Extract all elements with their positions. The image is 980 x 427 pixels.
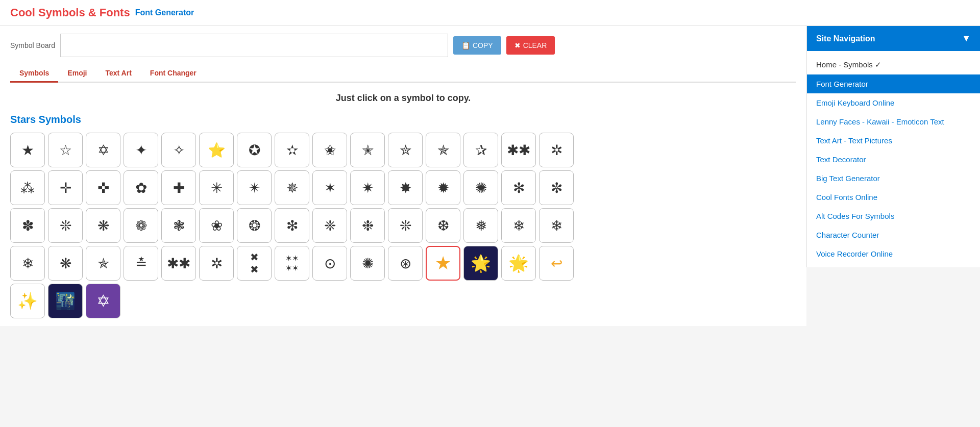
symbol-cell[interactable]: ❋	[86, 208, 120, 243]
symbol-cell[interactable]: ❀	[199, 208, 234, 243]
symbol-cell[interactable]: ⊛	[388, 246, 423, 281]
tab-bar: Symbols Emoji Text Art Font Changer	[10, 65, 796, 83]
symbol-cell[interactable]: ≛	[124, 246, 158, 281]
sidebar-item-text-decorator[interactable]: Text Decorator	[807, 150, 980, 169]
copy-icon: 📋	[461, 41, 470, 49]
symbol-cell[interactable]: ❄	[501, 208, 536, 243]
sidebar-item-text-art[interactable]: Text Art - Text Pictures	[807, 131, 980, 150]
symbol-cell[interactable]: ★	[10, 133, 45, 167]
sidebar-nav: Home - Symbols ✓ Font Generator Emoji Ke…	[807, 51, 980, 267]
symbol-cell[interactable]: ✲	[539, 133, 574, 167]
sidebar-item-char-counter[interactable]: Character Counter	[807, 225, 980, 244]
symbol-cell[interactable]: ✡	[86, 133, 120, 167]
main-layout: Symbol Board 📋 COPY ✖ CLEAR Symbols Emoj…	[0, 26, 980, 326]
symbol-cell[interactable]: ✪	[237, 133, 272, 167]
symbol-cell[interactable]: ✽	[10, 208, 45, 243]
symbol-cell-night[interactable]: 🌃	[48, 284, 83, 318]
tab-symbols[interactable]: Symbols	[10, 65, 58, 83]
tab-emoji[interactable]: Emoji	[58, 65, 96, 83]
symbol-cell[interactable]: ❆	[426, 208, 460, 243]
symbol-board-input[interactable]	[60, 34, 448, 57]
sidebar-item-emoji-keyboard[interactable]: Emoji Keyboard Online	[807, 93, 980, 112]
symbol-cell[interactable]: ✲	[199, 246, 234, 281]
symbol-cell[interactable]: ✺	[350, 246, 385, 281]
symbol-cell[interactable]: ❁	[124, 208, 158, 243]
symbol-cell[interactable]: ✮	[388, 133, 423, 167]
symbol-board-row: Symbol Board 📋 COPY ✖ CLEAR	[10, 34, 796, 57]
symbol-cell[interactable]: ❉	[350, 208, 385, 243]
chevron-down-icon: ▼	[962, 33, 971, 44]
symbol-cell[interactable]: ✯	[426, 133, 460, 167]
symbol-cell[interactable]: ✷	[350, 170, 385, 205]
symbol-cell-dark[interactable]: 🌟	[463, 246, 498, 281]
symbol-cell[interactable]: ✭	[350, 133, 385, 167]
symbol-cell[interactable]: ❂	[237, 208, 272, 243]
sidebar-item-font-generator[interactable]: Font Generator	[807, 74, 980, 93]
symbol-cell[interactable]: ❋	[48, 246, 83, 281]
symbol-cell[interactable]: ✬	[312, 133, 347, 167]
symbol-cell[interactable]: ❄	[10, 246, 45, 281]
symbol-cell[interactable]: ✯	[86, 246, 120, 281]
sidebar-item-cool-fonts[interactable]: Cool Fonts Online	[807, 188, 980, 207]
symbol-grid: ★ ☆ ✡ ✦ ✧ ⭐ ✪ ✫ ✬ ✭ ✮ ✯ ✰ ✱✱ ✲ ⁂ ✛ ✜ ✿ ✚…	[10, 133, 592, 318]
symbol-cell-sparkle[interactable]: ✨	[10, 284, 45, 318]
symbol-cell[interactable]: ⁂	[10, 170, 45, 205]
symbol-cell[interactable]: ✱✱	[161, 246, 196, 281]
symbol-cell[interactable]: ☆	[48, 133, 83, 167]
symbol-board-label: Symbol Board	[10, 41, 55, 49]
sidebar-item-big-text[interactable]: Big Text Generator	[807, 169, 980, 188]
symbol-cell[interactable]: ✺	[463, 170, 498, 205]
symbol-cell[interactable]: ✶✶✶✶	[275, 246, 309, 281]
symbol-cell[interactable]: ✰	[463, 133, 498, 167]
sidebar-item-home[interactable]: Home - Symbols ✓	[807, 55, 980, 74]
sidebar-item-voice-recorder[interactable]: Voice Recorder Online	[807, 244, 980, 263]
symbol-cell[interactable]: ❃	[161, 208, 196, 243]
tab-font-changer[interactable]: Font Changer	[141, 65, 206, 83]
symbol-cell[interactable]: ❈	[312, 208, 347, 243]
symbol-cell[interactable]: 🌟	[501, 246, 536, 281]
symbol-cell[interactable]: ✹	[426, 170, 460, 205]
header-subtitle[interactable]: Font Generator	[135, 8, 194, 17]
symbol-cell[interactable]: ✿	[124, 170, 158, 205]
clear-icon: ✖	[514, 41, 521, 49]
section-title: Stars Symbols	[10, 114, 796, 125]
tab-text-art[interactable]: Text Art	[96, 65, 140, 83]
sidebar-item-lenny-faces[interactable]: Lenny Faces - Kawaii - Emoticon Text	[807, 112, 980, 131]
main-content: Symbol Board 📋 COPY ✖ CLEAR Symbols Emoj…	[0, 26, 806, 326]
symbol-cell[interactable]: ❊	[48, 208, 83, 243]
copy-button[interactable]: 📋 COPY	[453, 36, 501, 55]
symbol-cell[interactable]: ❄	[539, 208, 574, 243]
brand-name: Cool Symbols & Fonts	[10, 6, 130, 19]
symbol-cell[interactable]: ✴	[237, 170, 272, 205]
symbol-cell[interactable]: ❅	[463, 208, 498, 243]
symbol-cell[interactable]: ✻	[501, 170, 536, 205]
symbol-cell[interactable]: ✫	[275, 133, 309, 167]
symbol-cell[interactable]: ⊙	[312, 246, 347, 281]
symbol-cell[interactable]: ✚	[161, 170, 196, 205]
symbol-cell[interactable]: ✧	[161, 133, 196, 167]
symbol-cell[interactable]: ✜	[86, 170, 120, 205]
symbol-cell[interactable]: ❇	[275, 208, 309, 243]
symbol-cell-star-purple[interactable]: ✡	[86, 284, 120, 318]
symbol-cell[interactable]: ✛	[48, 170, 83, 205]
symbol-cell-highlighted[interactable]: ★	[426, 246, 460, 281]
sidebar-header[interactable]: Site Navigation ▼	[807, 26, 980, 51]
symbol-cell[interactable]: ✳	[199, 170, 234, 205]
symbol-cell[interactable]: ✖✖	[237, 246, 272, 281]
symbol-cell[interactable]: ⭐	[199, 133, 234, 167]
symbol-cell[interactable]: ✵	[275, 170, 309, 205]
sidebar-item-alt-codes[interactable]: Alt Codes For Symbols	[807, 207, 980, 225]
sidebar: Site Navigation ▼ Home - Symbols ✓ Font …	[806, 26, 980, 267]
symbol-cell[interactable]: ✼	[539, 170, 574, 205]
symbol-cell[interactable]: ↩	[539, 246, 574, 281]
symbol-cell[interactable]: ❊	[388, 208, 423, 243]
site-header: Cool Symbols & Fonts Font Generator	[0, 0, 980, 26]
symbol-cell[interactable]: ✶	[312, 170, 347, 205]
symbol-cell[interactable]: ✦	[124, 133, 158, 167]
symbol-cell[interactable]: ✱✱	[501, 133, 536, 167]
symbol-cell[interactable]: ✸	[388, 170, 423, 205]
clear-button[interactable]: ✖ CLEAR	[506, 36, 555, 55]
click-hint: Just click on a symbol to copy.	[10, 93, 796, 104]
sidebar-title: Site Navigation	[816, 34, 875, 43]
